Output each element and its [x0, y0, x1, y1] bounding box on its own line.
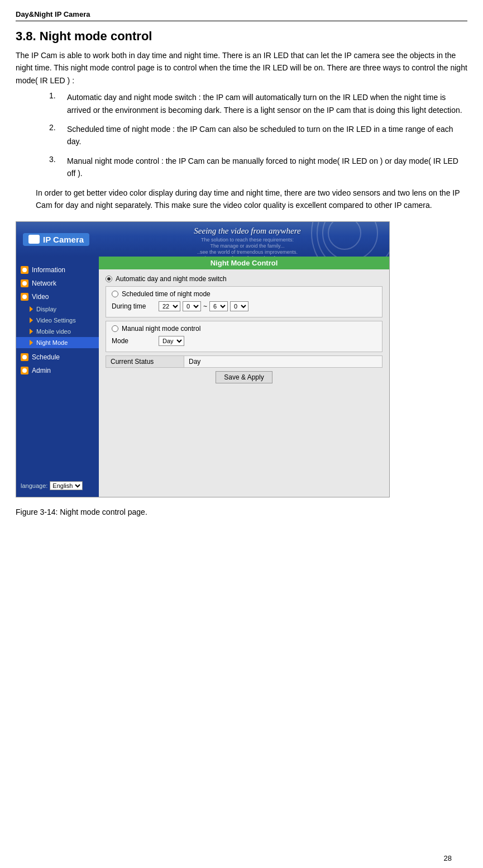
- during-time-row: During time 22 0 ~ 6: [112, 301, 376, 311]
- camera-main-content: Night Mode Control Automatic day and nig…: [99, 257, 389, 497]
- camera-ui-screenshot: IP Camera Seeing the video from anywhere…: [16, 221, 390, 497]
- conclusion-text: In order to get better video color displ…: [36, 187, 467, 212]
- sidebar-item-video-settings[interactable]: Video Settings: [16, 315, 99, 326]
- main-panel-title: Night Mode Control: [99, 257, 389, 269]
- radio-row-manual: Manual night mode control: [112, 325, 376, 333]
- camera-tagline-sub: The solution to reach these requirements…: [184, 237, 310, 257]
- tilde-separator: ~: [203, 302, 207, 310]
- camera-icon: [28, 235, 40, 244]
- status-table: Current Status Day: [106, 355, 382, 368]
- time-from-hour[interactable]: 22: [159, 301, 180, 311]
- bullet-icon: [21, 293, 28, 301]
- sidebar-label-admin: Admin: [32, 367, 51, 374]
- radio-row-scheduled: Scheduled time of night mode: [112, 290, 376, 298]
- list-item: 3. Manual night mode control : the IP Ca…: [49, 155, 467, 180]
- save-apply-button[interactable]: Save & Apply: [216, 371, 272, 383]
- manual-section: Manual night mode control Mode Day: [106, 321, 382, 352]
- arrow-icon: [30, 340, 33, 345]
- language-bar: language: English: [16, 478, 99, 494]
- list-text-2: Scheduled time of night mode : the IP Ca…: [67, 123, 467, 148]
- list-item: 1. Automatic day and night mode switch :…: [49, 91, 467, 116]
- radio-manual-label: Manual night mode control: [122, 325, 200, 333]
- camera-header: IP Camera Seeing the video from anywhere…: [16, 222, 389, 257]
- camera-body: Information Network Video Display Video: [16, 257, 389, 497]
- radio-automatic[interactable]: [106, 276, 112, 282]
- sidebar-label-schedule: Schedule: [32, 353, 60, 361]
- list-num-1: 1.: [49, 91, 67, 116]
- sidebar-item-night-mode[interactable]: Night Mode: [16, 337, 99, 348]
- sidebar-item-display[interactable]: Display: [16, 303, 99, 315]
- during-time-label: During time: [112, 302, 156, 310]
- night-mode-form: Automatic day and night mode switch Sche…: [99, 269, 389, 392]
- sidebar-item-mobile-video[interactable]: Mobile video: [16, 326, 99, 337]
- language-select[interactable]: English: [50, 481, 83, 490]
- radio-automatic-label: Automatic day and night mode switch: [116, 275, 227, 283]
- list-text-1: Automatic day and night mode switch : th…: [67, 91, 467, 116]
- bullet-icon: [21, 367, 28, 374]
- sidebar-label-video: Video: [32, 293, 49, 301]
- time-from-min[interactable]: 0: [183, 301, 201, 311]
- numbered-list: 1. Automatic day and night mode switch :…: [49, 91, 467, 179]
- page-number: 28: [444, 854, 452, 862]
- language-label: language:: [21, 482, 47, 489]
- list-item: 2. Scheduled time of night mode : the IP…: [49, 123, 467, 148]
- sidebar-label-night-mode: Night Mode: [36, 339, 68, 346]
- sidebar-label-mobile-video: Mobile video: [36, 328, 71, 335]
- status-label-cell: Current Status: [106, 356, 184, 368]
- arrow-icon: [30, 329, 33, 334]
- status-value-cell: Day: [184, 356, 382, 368]
- camera-logo: IP Camera: [23, 233, 89, 246]
- mode-label: Mode: [112, 337, 156, 345]
- camera-sidebar: Information Network Video Display Video: [16, 257, 99, 497]
- sidebar-label-video-settings: Video Settings: [36, 317, 76, 324]
- list-num-3: 3.: [49, 155, 67, 180]
- sidebar-item-admin[interactable]: Admin: [16, 364, 99, 377]
- sidebar-item-network[interactable]: Network: [16, 277, 99, 290]
- arrow-icon: [30, 306, 33, 312]
- scheduled-section: Scheduled time of night mode During time…: [106, 286, 382, 317]
- mode-select[interactable]: Day: [159, 336, 184, 346]
- section-heading: 3.8. Night mode control: [16, 29, 467, 44]
- radio-manual[interactable]: [112, 325, 118, 332]
- camera-tagline: Seeing the video from anywhere: [194, 226, 300, 236]
- doc-title: Day&Night IP Camera: [16, 10, 467, 21]
- time-to-min[interactable]: 0: [230, 301, 248, 311]
- sidebar-item-video[interactable]: Video: [16, 290, 99, 303]
- radio-scheduled-label: Scheduled time of night mode: [122, 290, 211, 298]
- bullet-icon: [21, 266, 28, 274]
- radio-scheduled[interactable]: [112, 291, 118, 297]
- sidebar-item-information[interactable]: Information: [16, 263, 99, 277]
- intro-text: The IP Cam is able to work both in day t…: [16, 49, 467, 87]
- table-row: Current Status Day: [106, 356, 382, 368]
- sidebar-label-network: Network: [32, 279, 56, 287]
- bullet-icon: [21, 353, 28, 361]
- mode-row: Mode Day: [112, 336, 376, 346]
- sidebar-label-information: Information: [32, 266, 65, 274]
- figure-caption: Figure 3-14: Night mode control page.: [16, 507, 467, 516]
- sidebar-label-display: Display: [36, 306, 56, 312]
- arrow-icon: [30, 317, 33, 323]
- bullet-icon: [21, 279, 28, 287]
- time-to-hour[interactable]: 6: [209, 301, 228, 311]
- logo-text: IP Camera: [43, 235, 84, 244]
- radio-row-automatic: Automatic day and night mode switch: [106, 275, 382, 283]
- list-num-2: 2.: [49, 123, 67, 148]
- sidebar-item-schedule[interactable]: Schedule: [16, 350, 99, 364]
- list-text-3: Manual night mode control : the IP Cam c…: [67, 155, 467, 180]
